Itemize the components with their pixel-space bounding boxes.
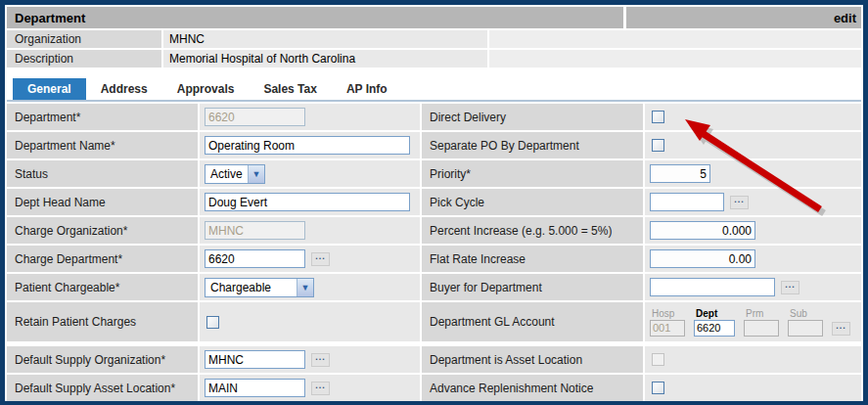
- retain-patient-charges-label: Retain Patient Charges: [7, 302, 198, 341]
- gl-sub-input: [788, 320, 823, 337]
- page-content: Department edit Organization MHNC Descri…: [5, 5, 863, 401]
- patient-chargeable-select[interactable]: Chargeable ▼: [205, 278, 314, 297]
- pick-cycle-input[interactable]: [650, 193, 724, 211]
- chevron-down-icon: ▼: [297, 279, 313, 296]
- description-row: Description Memorial Hospital of North C…: [7, 50, 861, 68]
- status-select[interactable]: Active ▼: [205, 164, 265, 184]
- organization-row: Organization MHNC: [7, 30, 861, 48]
- tab-bar: General Address Approvals Sales Tax AP I…: [7, 78, 861, 100]
- title-bar: Department edit: [7, 7, 861, 28]
- tab-underline: [7, 100, 861, 102]
- department-name-label: Department Name*: [7, 132, 198, 158]
- department-is-asset-location-label: Department is Asset Location: [422, 346, 643, 373]
- title-bar-left: Department: [7, 7, 623, 28]
- separate-po-label: Separate PO By Department: [422, 132, 643, 158]
- title-bar-right: edit: [626, 7, 861, 28]
- charge-organization-field: [200, 217, 420, 244]
- default-supply-asset-location-field: ...: [200, 375, 420, 401]
- gl-account-lookup-icon[interactable]: ...: [832, 322, 850, 336]
- retain-patient-charges-checkbox[interactable]: [206, 316, 219, 329]
- flat-rate-increase-input[interactable]: [650, 249, 755, 268]
- dept-head-name-field: [200, 189, 420, 215]
- dept-head-name-input[interactable]: [205, 193, 410, 211]
- organization-row-filler: [489, 30, 861, 48]
- separate-po-field: [645, 132, 861, 158]
- tab-address[interactable]: Address: [86, 78, 162, 100]
- asset-location-lookup-icon[interactable]: ...: [311, 382, 330, 395]
- default-supply-organization-input[interactable]: [205, 350, 305, 369]
- gl-prm-segment: Prm: [744, 308, 779, 337]
- description-row-filler: [489, 50, 861, 68]
- default-supply-asset-location-input[interactable]: [205, 379, 305, 397]
- chevron-down-icon: ▼: [248, 165, 264, 183]
- retain-patient-charges-field: [200, 302, 420, 341]
- percent-increase-label: Percent Increase (e.g. 5.000 = 5%): [422, 217, 643, 244]
- advance-replenishment-notice-field: [645, 375, 861, 401]
- charge-organization-input: [205, 221, 305, 240]
- gl-dept-input[interactable]: [694, 320, 735, 337]
- department-name-input[interactable]: [205, 136, 410, 155]
- charge-department-lookup-icon[interactable]: ...: [311, 252, 330, 266]
- gl-prm-input: [744, 320, 779, 337]
- default-supply-organization-label: Default Supply Organization*: [7, 346, 198, 373]
- flat-rate-increase-field: [645, 246, 861, 272]
- edit-link[interactable]: edit: [834, 11, 856, 25]
- window-frame: Department edit Organization MHNC Descri…: [0, 0, 868, 405]
- description-value: Memorial Hospital of North Carolina: [163, 50, 487, 68]
- direct-delivery-label: Direct Delivery: [422, 104, 643, 130]
- department-label: Department*: [7, 104, 198, 130]
- priority-label: Priority*: [422, 160, 643, 187]
- charge-organization-label: Charge Organization*: [7, 217, 198, 244]
- tab-approvals[interactable]: Approvals: [162, 78, 250, 100]
- pick-cycle-label: Pick Cycle: [422, 189, 643, 215]
- charge-department-label: Charge Department*: [7, 246, 198, 272]
- status-select-value: Active: [206, 165, 248, 183]
- department-field: [200, 104, 420, 130]
- dept-head-name-label: Dept Head Name: [7, 189, 198, 215]
- gl-hosp-input: [650, 320, 685, 337]
- percent-increase-field: [645, 217, 861, 244]
- gl-hosp-label: Hosp: [650, 308, 685, 319]
- advance-replenishment-notice-checkbox[interactable]: [652, 382, 664, 394]
- buyer-for-department-input[interactable]: [650, 278, 775, 296]
- organization-value: MHNC: [163, 30, 487, 48]
- flat-rate-increase-label: Flat Rate Increase: [422, 246, 643, 272]
- tab-sales-tax[interactable]: Sales Tax: [249, 78, 331, 100]
- patient-chargeable-value: Chargeable: [206, 279, 297, 296]
- percent-increase-input[interactable]: [650, 221, 755, 240]
- priority-field: [645, 160, 861, 187]
- charge-department-field: ...: [200, 246, 420, 272]
- tab-general[interactable]: General: [13, 78, 86, 100]
- department-is-asset-location-checkbox: [652, 353, 664, 366]
- gl-sub-segment: Sub: [788, 308, 823, 337]
- supply-organization-lookup-icon[interactable]: ...: [311, 353, 330, 367]
- form-grid-bottom: Default Supply Organization* ... Departm…: [7, 346, 861, 401]
- patient-chargeable-field: Chargeable ▼: [200, 274, 420, 300]
- department-gl-account-label: Department GL Account: [422, 302, 643, 341]
- direct-delivery-checkbox[interactable]: [652, 111, 664, 123]
- buyer-for-department-field: ...: [645, 274, 861, 300]
- description-label: Description: [7, 50, 161, 68]
- department-input: [205, 108, 305, 126]
- organization-label: Organization: [7, 30, 161, 48]
- department-name-field: [200, 132, 420, 158]
- charge-department-input[interactable]: [205, 249, 305, 268]
- status-field: Active ▼: [200, 160, 420, 187]
- gl-sub-label: Sub: [788, 308, 823, 319]
- buyer-lookup-icon[interactable]: ...: [781, 281, 799, 294]
- tab-ap-info[interactable]: AP Info: [332, 78, 402, 100]
- status-label: Status: [7, 160, 198, 187]
- direct-delivery-field: [645, 104, 861, 130]
- default-supply-asset-location-label: Default Supply Asset Location*: [7, 375, 198, 401]
- pick-cycle-field: ...: [645, 189, 861, 215]
- gl-account-group: Hosp Dept Prm Sub ...: [650, 308, 850, 337]
- department-gl-account-field: Hosp Dept Prm Sub ...: [645, 302, 861, 341]
- priority-input[interactable]: [650, 164, 710, 183]
- gl-prm-label: Prm: [744, 308, 779, 319]
- advance-replenishment-notice-label: Advance Replenishment Notice: [422, 375, 643, 401]
- gl-dept-label: Dept: [694, 308, 735, 319]
- gl-hosp-segment: Hosp: [650, 308, 685, 337]
- buyer-for-department-label: Buyer for Department: [422, 274, 643, 300]
- pick-cycle-lookup-icon[interactable]: ...: [730, 196, 749, 209]
- separate-po-checkbox[interactable]: [652, 139, 664, 152]
